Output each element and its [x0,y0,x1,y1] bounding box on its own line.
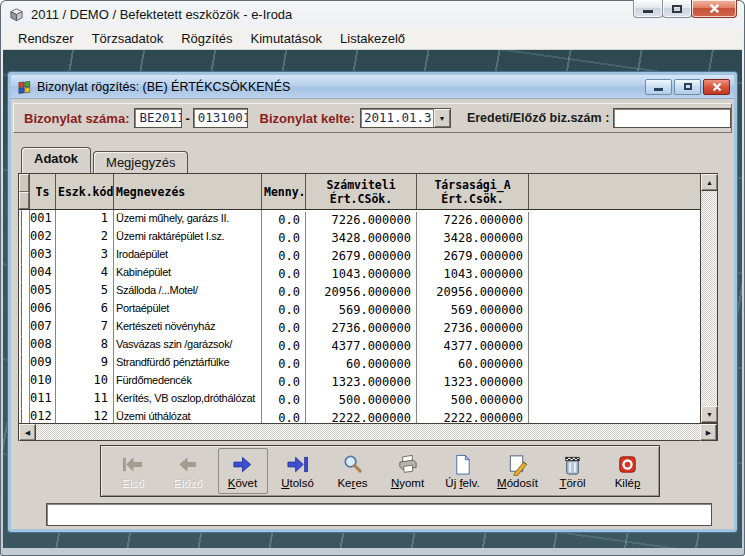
child-titlebar[interactable]: Bizonylat rögzítés: (BE) ÉRTÉKCSÖKKENÉS [11,75,734,99]
doc-date-dropdown-button[interactable]: ▼ [433,109,450,127]
next-record-button[interactable]: Követ [218,448,268,494]
table-row[interactable]: 011 11 Kerítés, VB oszlop,dróthálózat 0.… [19,390,700,408]
scroll-left-button[interactable]: ◀ [19,424,36,441]
scroll-up-button[interactable]: ▲ [701,174,718,191]
table-row[interactable]: 004 4 Kabinépület 0.0 1043.000000 1043.0… [19,264,700,282]
row-selector[interactable] [19,318,30,336]
data-grid: Ts Eszk.kód Megnevezés Menny. Számviteli… [18,173,718,441]
row-selector[interactable] [19,210,30,228]
doc-number-prefix-input[interactable]: BE2011 [134,108,182,128]
status-field[interactable] [46,503,712,526]
row-selector[interactable] [19,354,30,372]
cell-qty: 0.0 [262,302,306,320]
child-close-icon [712,82,722,92]
cell-corp: 20956.000000 [417,284,529,302]
cell-corp: 500.000000 [417,392,529,410]
row-selector[interactable] [19,390,30,408]
table-row[interactable]: 007 7 Kertészeti növényház 0.0 2736.0000… [19,318,700,336]
vertical-scroll-track[interactable] [701,191,717,406]
table-row[interactable]: 009 9 Strandfürdő pénztárfülke 0.0 60.00… [19,354,700,372]
column-header-corporate: Társasági_A Ért.Csök. [417,174,529,209]
table-row[interactable]: 008 8 Vasvázas szin /garázsok/ 0.0 4377.… [19,336,700,354]
child-body: Bizonylat száma: BE2011 - 0131001 Bizony… [11,99,734,529]
child-close-button[interactable] [703,79,730,95]
cell-qty: 0.0 [262,248,306,266]
column-header-accounting-line2: Ért.CSök. [306,192,416,206]
horizontal-scroll-track[interactable] [36,424,700,440]
table-row[interactable]: 003 3 Irodaépület 0.0 2679.000000 2679.0… [19,246,700,264]
new-record-button[interactable]: Új felv. [438,448,488,494]
doc-date-label: Bizonylat kelte: [260,111,355,126]
scroll-right-button[interactable]: ▶ [700,424,717,441]
maximize-button[interactable] [662,0,692,18]
menu-rendszer[interactable]: Rendszer [9,29,83,48]
window-controls [634,0,737,18]
app-cube-icon[interactable] [8,6,25,23]
cell-name: Kertészeti növényház [114,318,262,336]
row-selector[interactable] [19,408,30,423]
modify-button[interactable]: Módosít [493,448,543,494]
horizontal-scrollbar[interactable]: ◀ ▶ [19,423,717,440]
table-row[interactable]: 001 1 Üzemi műhely, garázs II. 0.0 7226.… [19,210,700,228]
cell-name: Kabinépület [114,264,262,282]
cell-ts: 006 [30,300,56,318]
menu-kimutatasok[interactable]: Kimutatások [242,29,332,48]
row-selector[interactable] [19,264,30,282]
cell-acc: 2679.000000 [306,248,417,266]
cell-corp: 1043.000000 [417,266,529,284]
menu-torzsadatok[interactable]: Törzsadatok [83,29,173,48]
doc-number-separator: - [185,111,189,126]
cell-qty: 0.0 [262,230,306,248]
doc-number-input[interactable]: 0131001 [193,108,248,128]
close-button[interactable] [691,0,737,18]
window-title: 2011 / DEMO / Befektetett eszközök - e-I… [31,7,292,22]
row-selector[interactable] [19,228,30,246]
tab-adatok[interactable]: Adatok [21,147,91,173]
menu-listakezelo[interactable]: Listakezelő [331,29,414,48]
doc-date-combobox[interactable]: 2011.01.31 ▼ [360,108,451,128]
table-row[interactable]: 006 6 Portaépület 0.0 569.000000 569.000… [19,300,700,318]
child-minimize-button[interactable] [645,79,672,95]
vertical-scrollbar[interactable]: ▲ ▼ [700,174,717,423]
cell-corp: 60.000000 [417,356,529,374]
row-selector[interactable] [19,246,30,264]
exit-button[interactable]: Kilép [603,448,653,494]
last-record-button[interactable]: Utolsó [273,448,323,494]
cell-qty: 0.0 [262,212,306,230]
cell-empty [529,408,700,423]
cell-code: 7 [56,318,114,336]
column-header-empty [529,174,700,209]
child-window: Bizonylat rögzítés: (BE) ÉRTÉKCSÖKKENÉS … [8,72,737,532]
cell-acc: 1043.000000 [306,266,417,284]
row-selector[interactable] [19,336,30,354]
cell-empty [529,264,700,282]
row-selector[interactable] [19,372,30,390]
titlebar[interactable]: 2011 / DEMO / Befektetett eszközök - e-I… [0,0,745,28]
column-header-accounting-line1: Számviteli [306,178,416,192]
cell-name: Szálloda /...Motel/ [114,282,262,300]
delete-button[interactable]: Töröl [548,448,598,494]
tab-megjegyzes[interactable]: Megjegyzés [93,151,188,173]
scroll-down-button[interactable]: ▼ [701,406,718,423]
row-selector[interactable] [19,300,30,318]
cell-code: 6 [56,300,114,318]
menu-rogzites[interactable]: Rögzítés [172,29,241,48]
cell-ts: 003 [30,246,56,264]
table-row[interactable]: 012 12 Üzemi úthálózat 0.0 2222.000000 2… [19,408,700,423]
column-header-corporate-line2: Ért.Csök. [417,192,528,206]
cell-acc: 2736.000000 [306,320,417,338]
minimize-button[interactable] [633,0,663,18]
last-arrow-icon [286,453,309,476]
table-row[interactable]: 002 2 Üzemi raktárépület I.sz. 0.0 3428.… [19,228,700,246]
doc-date-value[interactable]: 2011.01.31 [361,109,433,127]
print-button[interactable]: Nyomt [383,448,433,494]
child-maximize-button[interactable] [674,79,701,95]
original-doc-input[interactable] [613,108,731,128]
search-button[interactable]: Keres [328,448,378,494]
table-row[interactable]: 010 10 Fürdőmedencék 0.0 1323.000000 132… [19,372,700,390]
row-selector[interactable] [19,282,30,300]
cell-acc: 1323.000000 [306,374,417,392]
table-row[interactable]: 005 5 Szálloda /...Motel/ 0.0 20956.0000… [19,282,700,300]
grid-corner-cell [19,174,30,209]
windows-flag-icon[interactable] [17,79,32,94]
